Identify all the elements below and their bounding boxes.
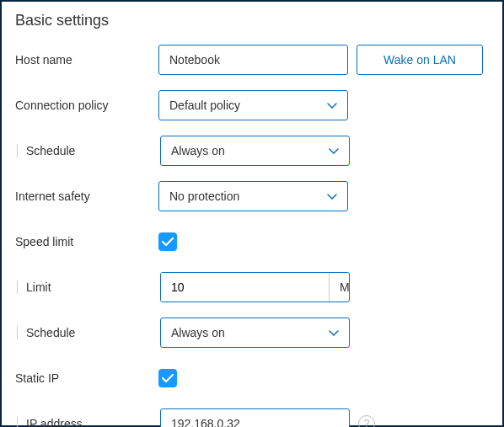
help-icon[interactable]: ? <box>358 415 375 427</box>
wake-on-lan-button[interactable]: Wake on LAN <box>357 45 483 75</box>
limit-label: Limit <box>17 280 160 294</box>
ip-address-label: IP address <box>17 417 160 427</box>
schedule2-value: Always on <box>171 326 225 339</box>
limit-row: Limit Mbit/s <box>15 272 489 302</box>
limit-field: Mbit/s <box>160 272 350 302</box>
schedule1-value: Always on <box>171 144 225 157</box>
internet-safety-select[interactable]: No protection <box>158 181 348 211</box>
static-ip-label: Static IP <box>15 371 158 385</box>
speed-limit-checkbox[interactable] <box>158 232 177 251</box>
check-icon <box>162 374 174 383</box>
internet-safety-label: Internet safety <box>15 189 158 203</box>
internet-safety-value: No protection <box>169 189 239 203</box>
connection-policy-label: Connection policy <box>15 99 158 112</box>
speed-limit-row: Speed limit <box>15 227 489 257</box>
panel-title: Basic settings <box>15 12 489 29</box>
schedule1-row: Schedule Always on <box>15 136 489 166</box>
connection-policy-select[interactable]: Default policy <box>158 90 348 120</box>
static-ip-checkbox[interactable] <box>158 369 177 387</box>
chevron-down-icon <box>327 99 337 112</box>
limit-input[interactable] <box>161 273 329 302</box>
hostname-row: Host name Wake on LAN <box>15 45 489 75</box>
limit-unit-select[interactable]: Mbit/s <box>329 273 350 302</box>
schedule2-select[interactable]: Always on <box>160 318 350 348</box>
chevron-down-icon <box>327 189 337 203</box>
ip-address-input[interactable] <box>160 408 350 427</box>
basic-settings-panel: Basic settings Host name Wake on LAN Con… <box>0 0 504 427</box>
schedule2-label: Schedule <box>17 326 160 339</box>
chevron-down-icon <box>329 144 339 157</box>
schedule2-row: Schedule Always on <box>15 318 489 348</box>
speed-limit-label: Speed limit <box>15 235 158 248</box>
connection-policy-row: Connection policy Default policy <box>15 90 489 120</box>
check-icon <box>162 238 174 247</box>
static-ip-row: Static IP <box>15 363 489 393</box>
hostname-input[interactable] <box>158 45 348 75</box>
schedule1-label: Schedule <box>17 144 160 157</box>
chevron-down-icon <box>329 326 339 339</box>
schedule1-select[interactable]: Always on <box>160 136 350 166</box>
hostname-label: Host name <box>15 53 158 67</box>
limit-unit-value: Mbit/s <box>340 280 350 294</box>
internet-safety-row: Internet safety No protection <box>15 181 489 211</box>
connection-policy-value: Default policy <box>169 99 240 112</box>
ip-address-row: IP address ? <box>15 408 489 427</box>
